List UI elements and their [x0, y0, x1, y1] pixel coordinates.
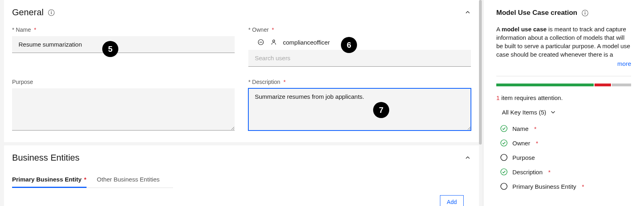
check-circle-icon — [500, 125, 508, 132]
tab-other-entities[interactable]: Other Business Entities — [97, 172, 160, 188]
key-items-toggle[interactable]: All Key Items (5) — [496, 108, 631, 116]
key-item-owner[interactable]: Owner* — [500, 136, 631, 150]
key-items-list: Name* Owner* Purpose Description* Primar… — [496, 121, 631, 194]
info-icon[interactable] — [47, 9, 55, 16]
svg-point-1 — [51, 10, 52, 11]
name-input[interactable] — [12, 36, 235, 53]
add-entity-button[interactable]: Add — [440, 195, 464, 206]
empty-circle-icon — [500, 154, 508, 161]
description-label: Description — [248, 79, 471, 85]
check-circle-icon — [500, 139, 508, 147]
sidebar-description: A model use case is meant to track and c… — [496, 25, 631, 59]
key-item-name[interactable]: Name* — [500, 121, 631, 136]
general-title: General — [12, 7, 43, 18]
key-item-purpose[interactable]: Purpose — [500, 150, 631, 165]
svg-point-5 — [272, 40, 275, 42]
description-textarea[interactable] — [248, 88, 471, 131]
scrollbar[interactable] — [479, 0, 482, 145]
callout-badge-5: 5 — [102, 41, 118, 57]
progress-segment-complete — [496, 84, 594, 86]
general-panel: General Name 5 Owner — [4, 0, 479, 142]
divider — [496, 76, 631, 76]
svg-point-11 — [501, 154, 507, 161]
business-entities-panel: Business Entities Primary Business Entit… — [4, 145, 479, 206]
business-entities-header: Business Entities — [12, 153, 471, 163]
owner-value: complianceofficer — [283, 39, 330, 46]
progress-segment-attention — [594, 84, 611, 86]
sidebar-title: Model Use Case creation — [496, 9, 577, 17]
svg-rect-8 — [585, 12, 585, 14]
owner-chip[interactable]: complianceofficer — [248, 36, 471, 50]
check-circle-icon — [500, 168, 508, 175]
info-icon[interactable] — [581, 9, 588, 16]
attention-text: 1 item requires attention. — [496, 94, 631, 101]
callout-badge-6: 6 — [341, 37, 357, 53]
key-item-primary-entity[interactable]: Primary Business Entity* — [500, 179, 631, 194]
tab-primary-entity[interactable]: Primary Business Entity * — [12, 172, 87, 188]
collapse-icon[interactable] — [464, 155, 471, 161]
progress-bar — [496, 84, 631, 86]
sidebar: Model Use Case creation A model use case… — [483, 0, 644, 206]
callout-badge-7: 7 — [373, 102, 389, 118]
owner-label: Owner — [248, 27, 471, 33]
collapse-icon[interactable] — [464, 9, 471, 16]
general-header: General — [12, 7, 471, 18]
chevron-down-icon — [549, 108, 557, 116]
svg-point-7 — [584, 11, 585, 12]
progress-segment-remaining — [612, 84, 631, 86]
empty-circle-icon — [500, 183, 508, 190]
purpose-textarea[interactable] — [12, 88, 235, 131]
name-label: Name — [12, 27, 235, 33]
svg-rect-2 — [51, 12, 52, 14]
svg-point-13 — [501, 183, 507, 190]
entity-tabs: Primary Business Entity * Other Business… — [12, 172, 173, 188]
more-link[interactable]: more — [496, 60, 631, 67]
purpose-label: Purpose — [12, 79, 235, 85]
remove-owner-icon[interactable] — [257, 39, 264, 46]
owner-search-input[interactable] — [248, 50, 471, 67]
key-item-description[interactable]: Description* — [500, 165, 631, 179]
user-icon — [270, 39, 277, 46]
business-entities-title: Business Entities — [12, 153, 80, 163]
